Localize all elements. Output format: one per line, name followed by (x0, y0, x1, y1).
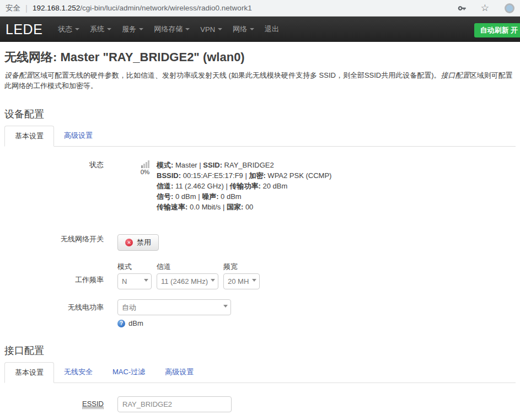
tab-device-general[interactable]: 基本设置 (4, 126, 54, 147)
chevron-down-icon (107, 28, 111, 30)
width-header: 频宽 (223, 262, 260, 272)
status-line: 信号: 0 dBm | 噪声: 0 dBm (157, 191, 331, 202)
channel-header: 信道 (157, 262, 218, 272)
tab-iface-wireless-security[interactable]: 无线安全 (54, 362, 103, 383)
signal-percent: 0% (138, 169, 152, 175)
signal-strength-icon: 0% (138, 160, 152, 212)
wireless-switch-label: 无线网络开关 (4, 234, 117, 251)
tab-device-advanced[interactable]: 高级设置 (54, 126, 103, 146)
page-description: 设备配置区域可配置无线的硬件参数，比如信道、发射功率或发射天线 (如果此无线模块… (4, 70, 516, 91)
status-label: 状态 (4, 160, 117, 212)
width-select[interactable]: 20 MHz (223, 273, 260, 289)
status-line: BSSID: 00:15:AF:E5:17:F9 | 加密: WPA2 PSK … (157, 170, 331, 181)
mode-select[interactable]: N (117, 273, 152, 289)
essid-row: ESSID (4, 396, 516, 412)
browser-address-bar[interactable]: 安全 | 192.168.1.252/cgi-bin/luci/admin/ne… (0, 0, 520, 17)
status-line: 信道: 11 (2.462 GHz) | 传输功率: 20 dBm (157, 181, 331, 191)
tx-power-select[interactable]: 自动 (117, 299, 231, 315)
channel-select[interactable]: 11 (2462 MHz) (157, 273, 218, 289)
help-icon: ? (117, 320, 125, 327)
chevron-down-icon (218, 28, 222, 30)
security-label: 安全 (6, 3, 20, 13)
tab-iface-mac-filter[interactable]: MAC-过滤 (103, 362, 155, 383)
url-host: 192.168.1.252 (33, 4, 80, 12)
chevron-down-icon (139, 28, 143, 30)
operating-frequency-label: 工作频率 (4, 262, 117, 289)
browser-profile-avatar[interactable] (505, 3, 514, 13)
tx-power-label: 无线电功率 (4, 299, 117, 327)
navbar: LEDE 状态 系统 服务 网络存储 VPN 网络 退出 自动刷新 开 (0, 17, 520, 42)
tab-iface-advanced[interactable]: 高级设置 (155, 362, 203, 383)
url-divider: | (25, 3, 28, 13)
mode-column: 模式 N (117, 262, 152, 289)
channel-column: 信道 11 (2462 MHz) (157, 262, 218, 289)
page-content: 无线网络: Master "RAY_BRIDGE2" (wlan0) 设备配置区… (0, 49, 520, 412)
width-column: 频宽 20 MHz (223, 262, 260, 289)
nav-item-nas[interactable]: 网络存储 (154, 24, 190, 34)
page-title: 无线网络: Master "RAY_BRIDGE2" (wlan0) (4, 49, 516, 66)
nav-item-system[interactable]: 系统 (90, 24, 111, 34)
device-config-heading: 设备配置 (4, 107, 516, 121)
tx-power-row: 无线电功率 自动 ? dBm (4, 299, 516, 327)
chevron-down-icon (250, 28, 254, 30)
nav-item-vpn[interactable]: VPN (200, 25, 222, 34)
brand-logo[interactable]: LEDE (6, 21, 42, 37)
chevron-down-icon (75, 28, 79, 30)
nav-item-status[interactable]: 状态 (58, 24, 79, 34)
chevron-down-icon (185, 28, 190, 30)
tab-iface-general[interactable]: 基本设置 (4, 362, 54, 383)
interface-config-tabs: 基本设置 无线安全 MAC-过滤 高级设置 (4, 362, 516, 383)
status-line: 模式: Master | SSID: RAY_BRIDGE2 (157, 160, 331, 170)
nav-item-logout[interactable]: 退出 (265, 24, 279, 34)
auto-refresh-toggle[interactable]: 自动刷新 开 (474, 23, 520, 37)
wireless-switch-row: 无线网络开关 ✕ 禁用 (4, 234, 516, 251)
nav-menu: 状态 系统 服务 网络存储 VPN 网络 退出 (58, 24, 279, 34)
interface-config-heading: 接口配置 (4, 344, 516, 357)
url-path: /cgi-bin/luci/admin/network/wireless/rad… (80, 4, 251, 12)
nav-item-network[interactable]: 网络 (233, 24, 254, 34)
mode-header: 模式 (117, 262, 152, 272)
bookmark-star-icon[interactable]: ☆ (481, 3, 489, 13)
key-icon[interactable] (458, 4, 467, 13)
tx-power-unit: dBm (128, 319, 143, 327)
operating-frequency-row: 工作频率 模式 N 信道 11 (2462 MHz) (4, 262, 516, 289)
essid-label: ESSID (82, 400, 104, 409)
disable-icon: ✕ (125, 239, 133, 246)
disable-wireless-button[interactable]: ✕ 禁用 (117, 234, 159, 251)
device-config-tabs: 基本设置 高级设置 (4, 126, 516, 147)
essid-input[interactable] (117, 396, 232, 412)
nav-item-services[interactable]: 服务 (122, 24, 143, 34)
status-line: 传输速率: 0.0 Mbit/s | 国家: 00 (157, 202, 331, 212)
status-row: 状态 0% 模式: Master | SSID: RAY_BRIDGE2 BSS… (4, 160, 516, 212)
wireless-status-details: 模式: Master | SSID: RAY_BRIDGE2 BSSID: 00… (157, 160, 331, 212)
